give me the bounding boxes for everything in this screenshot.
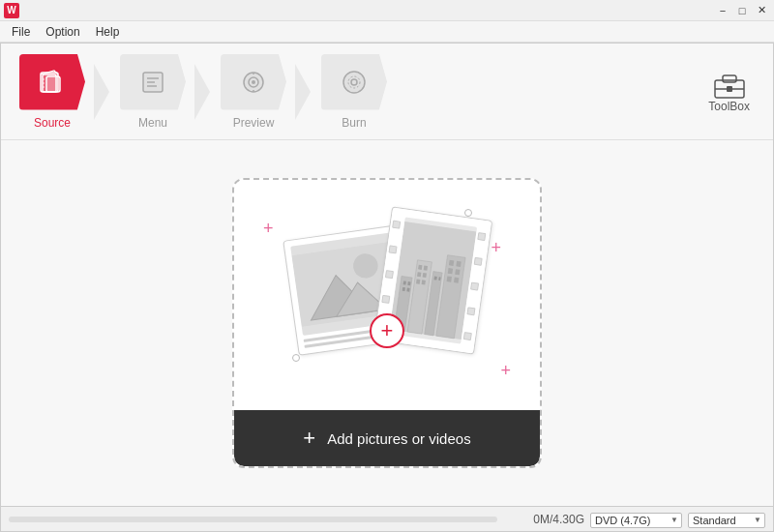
toolbar: Source Menu xyxy=(1,44,773,140)
minimize-button[interactable]: − xyxy=(714,2,731,19)
dvd-select-wrapper: DVD (4.7G) DVD DL (8.5G) BD (25G) xyxy=(590,511,682,528)
svg-rect-43 xyxy=(449,260,454,266)
close-button[interactable]: ✕ xyxy=(753,2,770,19)
status-bar: 0M/4.30G DVD (4.7G) DVD DL (8.5G) BD (25… xyxy=(1,506,773,531)
svg-rect-45 xyxy=(448,268,453,274)
svg-rect-33 xyxy=(418,265,422,270)
step-menu-icon-box xyxy=(120,54,186,110)
toolbox-button[interactable]: ToolBox xyxy=(693,63,765,121)
svg-rect-29 xyxy=(407,281,410,285)
svg-rect-35 xyxy=(417,272,421,277)
dvd-type-select[interactable]: DVD (4.7G) DVD DL (8.5G) BD (25G) xyxy=(590,513,682,528)
deco-plus-bl: + xyxy=(500,361,511,381)
content-area: + + + xyxy=(1,140,773,506)
menu-help[interactable]: Help xyxy=(88,23,128,41)
svg-rect-48 xyxy=(454,278,459,283)
svg-rect-47 xyxy=(447,276,452,281)
menu-icon xyxy=(137,67,168,98)
status-size: 0M/4.30G xyxy=(507,513,584,526)
svg-rect-28 xyxy=(403,281,406,284)
step-source-icon-box xyxy=(19,54,85,110)
step-arrow-1 xyxy=(94,64,109,120)
add-button-plus: + xyxy=(303,426,315,451)
status-right: 0M/4.30G DVD (4.7G) DVD DL (8.5G) BD (25… xyxy=(507,511,765,528)
progress-bar xyxy=(9,517,497,522)
title-bar: W − □ ✕ xyxy=(0,0,774,21)
menu-file[interactable]: File xyxy=(4,23,38,41)
svg-rect-31 xyxy=(406,288,409,292)
menu-option[interactable]: Option xyxy=(38,23,87,41)
toolbox-label: ToolBox xyxy=(708,100,750,113)
svg-rect-46 xyxy=(455,269,460,275)
svg-rect-37 xyxy=(416,280,420,284)
app-window: Source Menu xyxy=(0,43,774,532)
step-menu[interactable]: Menu xyxy=(109,54,196,130)
step-arrow-3 xyxy=(295,64,311,120)
step-burn-icon-box xyxy=(321,54,387,110)
toolbox-icon xyxy=(713,71,746,100)
step-burn[interactable]: Burn xyxy=(311,54,398,130)
burn-icon xyxy=(339,67,370,98)
step-list: Source Menu xyxy=(9,54,693,130)
quality-select-wrapper: Standard High Quality Custom xyxy=(688,511,765,528)
add-button[interactable]: + Add pictures or videos xyxy=(234,410,540,466)
menu-bar: File Option Help xyxy=(0,21,774,43)
svg-rect-19 xyxy=(723,75,736,82)
illustration: + xyxy=(290,213,484,377)
svg-point-12 xyxy=(252,80,255,84)
svg-rect-36 xyxy=(423,273,427,278)
step-preview[interactable]: Preview xyxy=(210,54,297,130)
step-burn-label: Burn xyxy=(342,116,366,130)
preview-icon xyxy=(238,67,269,98)
svg-rect-40 xyxy=(434,276,437,280)
step-preview-label: Preview xyxy=(233,116,275,130)
svg-rect-30 xyxy=(402,287,405,291)
maximize-button[interactable]: □ xyxy=(733,2,751,19)
drop-zone-visual: + + + xyxy=(234,180,540,410)
deco-plus-tr: + xyxy=(491,238,501,258)
step-arrow-2 xyxy=(194,64,210,120)
plus-circle-overlay: + xyxy=(370,313,404,348)
step-preview-icon-box xyxy=(221,54,286,110)
source-icon xyxy=(37,67,68,98)
svg-rect-21 xyxy=(727,86,732,92)
add-button-text: Add pictures or videos xyxy=(327,430,470,447)
svg-rect-44 xyxy=(456,261,461,267)
step-menu-label: Menu xyxy=(138,116,167,130)
quality-select[interactable]: Standard High Quality Custom xyxy=(688,513,765,528)
deco-plus-tl: + xyxy=(263,219,274,239)
svg-rect-34 xyxy=(424,266,428,271)
drop-zone[interactable]: + + + xyxy=(232,178,542,468)
svg-rect-38 xyxy=(422,280,426,284)
step-source-label: Source xyxy=(34,116,71,130)
app-icon: W xyxy=(4,3,19,18)
step-source[interactable]: Source xyxy=(9,54,96,130)
window-controls: − □ ✕ xyxy=(714,2,770,19)
svg-point-15 xyxy=(343,72,365,93)
svg-rect-1 xyxy=(46,76,60,92)
